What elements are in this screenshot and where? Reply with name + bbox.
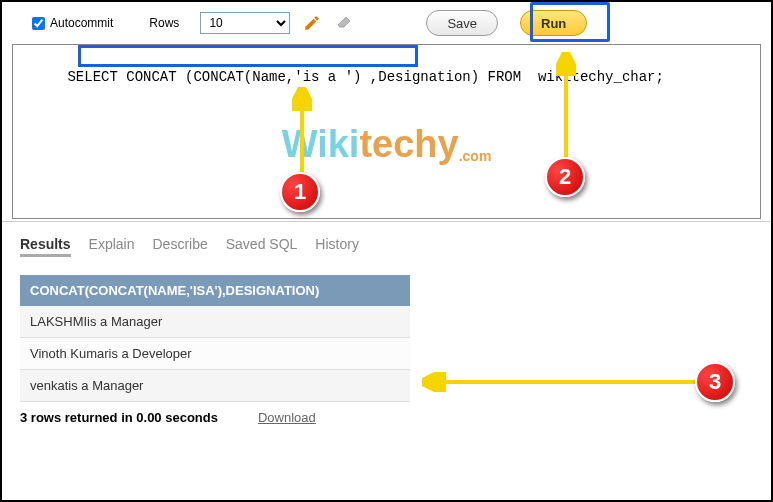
tab-history[interactable]: History (315, 234, 359, 257)
sql-editor[interactable]: SELECT CONCAT (CONCAT(Name,'is a ') ,Des… (12, 44, 761, 219)
status-text: 3 rows returned in 0.00 seconds (20, 410, 218, 425)
sql-highlighted: CONCAT (CONCAT(Name,'is a ') ,Designatio… (126, 69, 479, 85)
sql-part2: FROM wikitechy_char; (479, 69, 664, 85)
table-row: venkatis a Manager (20, 370, 410, 402)
eraser-icon[interactable] (334, 13, 354, 33)
rows-select[interactable]: 10 (200, 12, 290, 34)
tab-savedsql[interactable]: Saved SQL (226, 234, 298, 257)
table-row: LAKSHMIis a Manager (20, 306, 410, 338)
tab-describe[interactable]: Describe (153, 234, 208, 257)
autocommit-input[interactable] (32, 17, 45, 30)
result-tabs: Results Explain Describe Saved SQL Histo… (2, 222, 771, 263)
tab-explain[interactable]: Explain (89, 234, 135, 257)
watermark: Wikitechy.com (282, 123, 492, 166)
tab-results[interactable]: Results (20, 234, 71, 257)
run-button[interactable]: Run (520, 10, 587, 36)
save-button[interactable]: Save (426, 10, 498, 36)
autocommit-label: Autocommit (50, 16, 113, 30)
results-table: CONCAT(CONCAT(NAME,'ISA'),DESIGNATION) L… (20, 275, 410, 402)
pencil-icon[interactable] (302, 13, 322, 33)
results-header: CONCAT(CONCAT(NAME,'ISA'),DESIGNATION) (20, 275, 410, 306)
table-row: Vinoth Kumaris a Developer (20, 338, 410, 370)
sql-part1: SELECT (67, 69, 126, 85)
download-link[interactable]: Download (258, 410, 316, 425)
autocommit-checkbox[interactable]: Autocommit (32, 16, 113, 30)
rows-label: Rows (149, 16, 179, 30)
